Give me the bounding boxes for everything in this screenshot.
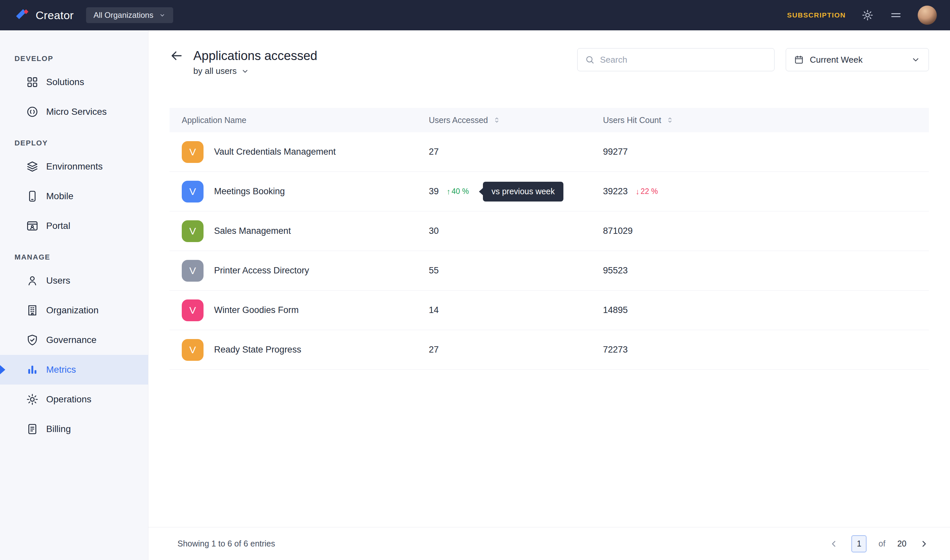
app-avatar: V [182,300,203,321]
mobile-icon [26,190,39,203]
table-row[interactable]: V Meetings Booking 39 40 % vs previous w… [169,172,929,211]
portal-icon [26,219,39,232]
current-page-input[interactable]: 1 [851,535,867,552]
sidebar-item-label: Environments [46,161,103,172]
search-icon [585,55,595,65]
table-row[interactable]: V Winter Goodies Form 14 14895 [169,291,929,330]
chevron-down-icon [241,67,249,75]
sort-icon [493,116,501,124]
page-title: Applications accessed [193,48,317,63]
sidebar-item-organization[interactable]: Organization [0,295,148,325]
gear-icon [861,9,874,22]
hit-count-cell: 39223 22 % [603,186,929,197]
sidebar-item-mobile[interactable]: Mobile [0,182,148,211]
users-accessed-value: 27 [429,345,439,355]
table-header: Application Name Users Accessed Users Hi… [169,108,929,132]
app-avatar: V [182,141,203,163]
page-size-value[interactable]: 20 [897,539,907,548]
creator-logo-icon [14,8,30,23]
users-accessed-cell: 55 [429,266,603,276]
application-cell: V Ready State Progress [169,339,429,361]
entries-summary: Showing 1 to 6 of 6 entries [177,539,275,548]
users-accessed-cell: 27 [429,147,603,157]
org-selector[interactable]: All Organizations [86,7,173,23]
sidebar-item-solutions[interactable]: Solutions [0,67,148,97]
back-arrow-icon [169,49,183,63]
sidebar-item-label: Portal [46,221,70,231]
column-users-accessed[interactable]: Users Accessed [429,115,603,125]
sidebar-item-label: Organization [46,305,99,315]
topbar: Creator All Organizations SUBSCRIPTION [0,0,950,30]
application-cell: V Vault Credentials Management [169,141,429,163]
hit-count-value: 72273 [603,345,628,355]
tooltip-text: vs previous week [491,187,555,196]
application-cell: V Winter Goodies Form [169,300,429,321]
subtitle-label: by all users [193,66,237,76]
sidebar-item-label: Billing [46,424,71,434]
trend-delta: 40 % [447,187,469,196]
subscription-link[interactable]: SUBSCRIPTION [787,11,846,19]
settings-button[interactable] [861,9,874,22]
sidebar-item-metrics[interactable]: Metrics [0,355,148,385]
solutions-grid-icon [26,75,39,89]
application-name: Meetings Booking [214,186,285,197]
sidebar-item-label: Micro Services [46,106,107,117]
sidebar-item-operations[interactable]: Operations [0,385,148,414]
table-row[interactable]: V Ready State Progress 27 72273 [169,330,929,370]
sidebar-item-label: Solutions [46,77,84,88]
users-accessed-value: 27 [429,147,439,157]
menu-button[interactable] [889,9,902,22]
application-name: Vault Credentials Management [214,147,336,157]
sidebar-item-micro-services[interactable]: Micro Services [0,97,148,127]
previous-page-button[interactable] [828,538,839,549]
period-value: Current Week [810,55,862,65]
table-row[interactable]: V Vault Credentials Management 27 99277 [169,132,929,172]
vs-previous-week-tooltip: vs previous week [483,182,564,202]
pagination: 1 of 20 [828,535,930,552]
creator-logo[interactable]: Creator [14,8,74,23]
search-box [577,48,774,71]
table-row[interactable]: V Sales Management 30 871029 [169,211,929,251]
trend-delta-value: 22 % [641,187,658,196]
menu-icon [890,9,902,22]
application-cell: V Printer Access Directory [169,260,429,282]
users-accessed-value: 39 [429,186,439,197]
period-selector[interactable]: Current Week [786,48,929,71]
trend-up-icon [447,187,451,196]
section-heading-manage: MANAGE [0,249,148,266]
sidebar-item-portal[interactable]: Portal [0,211,148,241]
sidebar-item-billing[interactable]: Billing [0,414,148,444]
user-avatar[interactable] [918,6,937,25]
subtitle-dropdown[interactable]: by all users [193,66,317,76]
calendar-icon [794,55,804,65]
users-accessed-value: 30 [429,226,439,236]
application-cell: V Sales Management [169,220,429,242]
sidebar-item-governance[interactable]: Governance [0,325,148,355]
sidebar-item-label: Governance [46,335,97,345]
back-button[interactable] [169,48,184,63]
column-users-hit-count[interactable]: Users Hit Count [603,115,929,125]
column-label: Users Hit Count [603,115,661,125]
hit-count-value: 99277 [603,147,628,157]
chevron-right-icon [919,539,929,549]
trend-down-icon [636,187,640,196]
users-accessed-value: 14 [429,305,439,315]
app-avatar: V [182,260,203,282]
micro-services-icon [26,105,39,118]
sidebar-item-environments[interactable]: Environments [0,152,148,182]
sidebar-item-users[interactable]: Users [0,266,148,295]
operations-gear-icon [26,393,39,406]
hit-count-cell: 72273 [603,345,929,355]
topbar-right: SUBSCRIPTION [787,6,937,25]
hit-count-cell: 95523 [603,266,929,276]
org-selector-label: All Organizations [93,11,153,20]
next-page-button[interactable] [918,538,930,549]
search-input[interactable] [600,55,767,65]
application-name: Printer Access Directory [214,266,309,276]
table-row[interactable]: V Printer Access Directory 55 95523 [169,251,929,291]
table-footer: Showing 1 to 6 of 6 entries 1 of 20 [148,527,950,560]
trend-delta: 22 % [636,187,658,196]
chevron-down-icon [159,12,166,19]
sidebar-item-label: Mobile [46,191,73,202]
users-accessed-cell: 27 [429,345,603,355]
